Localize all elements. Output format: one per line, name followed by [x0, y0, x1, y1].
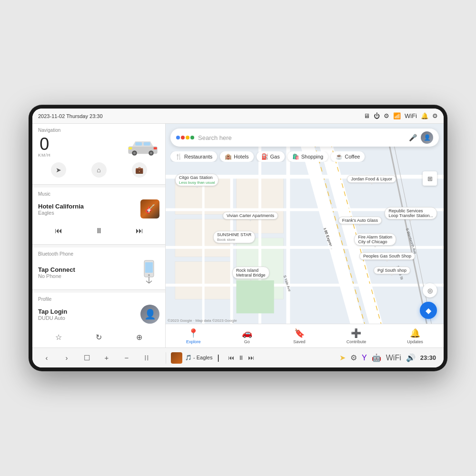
- status-bar: 2023-11-02 Thursday 23:30 🖥 ⏻ ⚙ 📶 WiFi 🔔…: [32, 109, 444, 124]
- music-section: Music Hotel California Eagles 🎸 ⏮ ⏸ ⏭: [32, 188, 165, 245]
- pause-btn[interactable]: ⏸: [91, 223, 107, 238]
- forward-btn[interactable]: ›: [60, 351, 73, 365]
- navigate-fab[interactable]: ◆: [420, 302, 437, 319]
- google-maps-logo: [176, 136, 194, 139]
- citgo-marker: Citgo Gas StationLess busy than usual: [175, 174, 218, 186]
- taskbar-nav-buttons: ‹ › ☐ + − ⁞⁞: [40, 351, 153, 365]
- settings-btn[interactable]: ⊕: [132, 329, 147, 345]
- cat-tab-gas[interactable]: ⛽ Gas: [257, 151, 285, 162]
- bluetooth-section: Bluetooth Phone Tap Connect No Phone: [32, 248, 165, 290]
- cat-label-hotels: Hotels: [234, 154, 248, 159]
- saved-nav-btn[interactable]: 🔖 Saved: [288, 326, 311, 346]
- settings-circle-icon: ⚙: [384, 112, 389, 119]
- next-track-btn[interactable]: ⏭: [132, 223, 147, 238]
- back-btn[interactable]: ‹: [40, 351, 53, 365]
- audio-icon: 🔔: [421, 112, 428, 119]
- updates-label: Updates: [407, 339, 423, 344]
- car-icon: [126, 137, 159, 156]
- taskbar-pause-btn[interactable]: ⏸: [238, 354, 244, 361]
- main-content: Navigation 0 KM/H: [32, 124, 444, 347]
- compass-btn[interactable]: ◎: [423, 283, 437, 298]
- square-btn[interactable]: ☐: [80, 351, 93, 365]
- bt-section-label: Bluetooth Phone: [38, 251, 159, 257]
- cat-label-restaurants: Restaurants: [184, 154, 212, 159]
- map-bottom-nav: 📍 Explore 🚗 Go 🔖 Saved ➕: [166, 324, 444, 347]
- favorite-btn[interactable]: ☆: [51, 329, 66, 345]
- contribute-nav-btn[interactable]: ➕ Contribute: [341, 326, 372, 346]
- nav-section-label: Navigation: [38, 128, 159, 133]
- minus-btn[interactable]: −: [120, 351, 133, 365]
- svg-rect-30: [236, 280, 274, 313]
- add-btn[interactable]: +: [100, 351, 113, 365]
- cat-label-coffee: Coffee: [345, 154, 360, 159]
- franks-auto-marker: Frank's Auto Glass: [338, 217, 382, 224]
- media-track-text: 🎵 - Eagles: [185, 355, 212, 361]
- gm-dot-red: [181, 136, 185, 139]
- explore-nav-btn[interactable]: 📍 Explore: [180, 326, 207, 346]
- taskbar-next-btn[interactable]: ⏭: [248, 354, 254, 361]
- taskbar: ‹ › ☐ + − ⁞⁞ 🎵 - Eagles | ⏮ ⏸ ⏭ ➤ ⚙: [32, 347, 444, 367]
- taskbar-time: 23:30: [420, 354, 436, 361]
- speed-display: 0 KM/H: [38, 136, 51, 158]
- saved-icon: 🔖: [294, 328, 305, 338]
- updates-nav-btn[interactable]: 🔔 Updates: [401, 326, 429, 346]
- speed-value: 0: [40, 136, 49, 153]
- go-icon: 🚗: [242, 328, 252, 338]
- work-btn[interactable]: 💼: [132, 162, 147, 178]
- svg-line-14: [149, 281, 152, 283]
- voice-search-btn[interactable]: 🎤: [409, 134, 417, 141]
- bt-title: Tap Connect: [38, 266, 138, 273]
- taskbar-wifi-icon: WiFi: [386, 354, 401, 362]
- contribute-label: Contribute: [347, 339, 367, 344]
- location-arrow-btn[interactable]: ➤: [51, 162, 66, 178]
- explore-icon: 📍: [188, 328, 198, 338]
- search-placeholder: Search here: [198, 134, 405, 141]
- cat-label-gas: Gas: [270, 154, 280, 159]
- updates-icon: 🔔: [410, 328, 420, 338]
- screen: 2023-11-02 Thursday 23:30 🖥 ⏻ ⚙ 📶 WiFi 🔔…: [32, 109, 444, 367]
- music-title: Hotel California: [38, 203, 140, 210]
- fire-alarm-marker: Fire Alarm StationCity of Chicago: [354, 233, 396, 246]
- svg-point-6: [150, 152, 152, 154]
- map-search-bar[interactable]: Search here 🎤 👤: [170, 129, 439, 147]
- layers-btn[interactable]: ⊞: [423, 171, 437, 186]
- cat-tab-shopping[interactable]: 🛍️ Shopping: [288, 151, 328, 162]
- gas-icon: ⛽: [261, 153, 268, 160]
- cat-tab-coffee[interactable]: ☕ Coffee: [331, 151, 365, 162]
- home-btn[interactable]: ⌂: [91, 162, 107, 178]
- bt-info: Tap Connect No Phone: [38, 266, 138, 279]
- cat-tab-restaurants[interactable]: 🍴 Restaurants: [170, 151, 217, 162]
- apps-btn[interactable]: ⁞⁞: [140, 351, 153, 365]
- user-avatar-map[interactable]: 👤: [421, 131, 433, 144]
- prev-track-btn[interactable]: ⏮: [51, 223, 66, 238]
- music-artist: Eagles: [38, 210, 140, 216]
- svg-rect-7: [129, 147, 132, 149]
- svg-rect-8: [154, 147, 157, 149]
- music-content: Hotel California Eagles 🎸: [38, 199, 159, 218]
- refresh-btn[interactable]: ↻: [91, 329, 107, 345]
- bt-status: No Phone: [38, 273, 138, 279]
- gm-dot-blue: [176, 136, 180, 139]
- contribute-icon: ➕: [351, 328, 361, 338]
- profile-section: Profile Tap Login DUDU Auto 👤 ☆ ↻ ⊕: [32, 293, 165, 347]
- svg-rect-1: [135, 142, 142, 146]
- map-area[interactable]: I-90 Express: [166, 124, 444, 347]
- go-nav-btn[interactable]: 🚗 Go: [236, 326, 258, 346]
- coffee-icon: ☕: [336, 153, 343, 160]
- svg-point-11: [148, 274, 150, 276]
- profile-content: Tap Login DUDU Auto 👤: [38, 305, 159, 324]
- svg-point-5: [133, 152, 136, 154]
- media-album-mini: [171, 352, 182, 364]
- profile-section-label: Profile: [38, 297, 159, 302]
- music-section-label: Music: [38, 191, 159, 197]
- nav-controls: ➤ ⌂ 💼: [38, 159, 159, 180]
- restaurants-icon: 🍴: [175, 153, 182, 160]
- jordan-food-marker: Jordan Food & Liquor: [347, 175, 396, 183]
- map-copyright: ©2023 Google · Map data ©2023 Google: [168, 318, 237, 323]
- gear-icon: ⚙: [432, 112, 438, 119]
- media-controls: ⏮ ⏸ ⏭: [228, 354, 254, 361]
- gm-dot-green: [190, 136, 194, 139]
- cat-tab-hotels[interactable]: 🏨 Hotels: [220, 151, 253, 162]
- profile-name: Tap Login: [38, 308, 140, 315]
- taskbar-prev-btn[interactable]: ⏮: [228, 354, 234, 361]
